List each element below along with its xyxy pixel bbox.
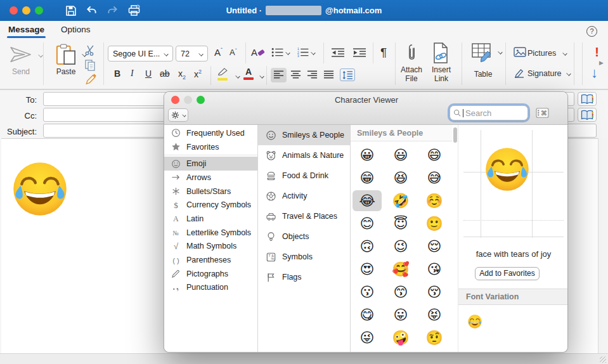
emoji-cell[interactable]: 😚 [420, 282, 449, 302]
subscript-button[interactable]: x2 [178, 68, 186, 81]
numbering-button[interactable]: 123 [297, 48, 315, 57]
emoji-cell[interactable]: 😅 [420, 167, 449, 188]
signature-chevron-icon[interactable] [566, 71, 571, 75]
font-size-dropdown[interactable]: 72 [176, 46, 208, 62]
emoji-cell[interactable]: 🤣 [386, 190, 415, 211]
justify-button[interactable] [323, 70, 334, 79]
emoji-cell[interactable]: 😝 [420, 304, 449, 325]
align-center-button[interactable] [290, 70, 301, 79]
table-button[interactable] [471, 43, 494, 62]
help-button[interactable]: ? [586, 26, 597, 37]
emoji-cell[interactable]: 😜 [353, 327, 382, 348]
tab-options[interactable]: Options [61, 25, 91, 34]
settings-gear-button[interactable] [168, 108, 188, 122]
pilcrow-button[interactable]: ¶ [380, 46, 387, 60]
sidebar-item[interactable]: ( ) Parentheses [164, 253, 257, 267]
resize-grip[interactable] [600, 356, 606, 363]
cut-icon[interactable] [84, 44, 96, 56]
align-left-button[interactable] [273, 70, 284, 79]
font-variation-emoji[interactable] [467, 314, 482, 329]
sidebar-item[interactable]: A Latin [164, 212, 257, 226]
category-item[interactable]: Activity [258, 186, 350, 206]
emoji-cell[interactable]: 🤨 [420, 327, 449, 348]
table-chevron-icon[interactable] [498, 49, 502, 54]
clear-formatting-button[interactable]: A [251, 47, 264, 58]
emoji-cell[interactable]: 😊 [353, 213, 382, 234]
to-addressbook-button[interactable] [578, 92, 597, 106]
sidebar-item[interactable]: Frequently Used [164, 126, 257, 140]
category-item[interactable]: T%& Symbols [258, 247, 350, 267]
grow-font-button[interactable]: Aˆ [214, 47, 223, 58]
sidebar-item[interactable]: Favorites [164, 140, 257, 154]
search-box[interactable] [450, 105, 528, 120]
emoji-cell[interactable]: 😗 [353, 282, 382, 302]
sidebar-item[interactable]: √ Math Symbols [164, 240, 257, 254]
pictures-button[interactable] [514, 47, 526, 57]
copy-icon[interactable] [84, 59, 96, 72]
emoji-cell[interactable]: 😀 [353, 145, 382, 166]
underline-button[interactable]: U [145, 68, 152, 79]
category-item[interactable]: Flags [258, 267, 350, 287]
signature-button[interactable] [514, 67, 525, 79]
sidebar-item[interactable]: Emoji [164, 157, 257, 171]
italic-button[interactable]: I [131, 68, 134, 79]
emoji-cell[interactable]: 😉 [386, 236, 415, 257]
emoji-cell[interactable]: 🙂 [420, 213, 449, 234]
emoji-cell[interactable]: 😍 [353, 259, 382, 280]
tab-message[interactable]: Message [8, 25, 44, 34]
superscript-button[interactable]: x2 [194, 68, 202, 79]
font-name-dropdown[interactable]: Segoe UI E... [108, 46, 173, 62]
emoji-cell[interactable]: 😌 [420, 236, 449, 257]
category-item[interactable]: Travel & Places [258, 206, 350, 226]
emoji-grid-scrollbar[interactable] [452, 125, 458, 353]
sidebar-item[interactable]: Bullets/Stars [164, 185, 257, 198]
emoji-cell[interactable]: 😋 [353, 304, 382, 325]
keyboard-panel-button[interactable]: ⌘ [536, 108, 549, 120]
sidebar-item[interactable]: Arrows [164, 171, 257, 185]
category-item[interactable]: Objects [258, 226, 350, 247]
emoji-cell[interactable]: 😂 [353, 190, 382, 211]
character-viewer-titlebar[interactable]: Character Viewer ⌘ [164, 92, 568, 125]
strikethrough-button[interactable]: ab [160, 68, 170, 79]
sidebar-item[interactable]: Pictographs [164, 267, 257, 281]
emoji-cell[interactable]: 😆 [386, 167, 415, 188]
emoji-cell[interactable]: 🤪 [386, 327, 415, 348]
emoji-cell[interactable]: 😄 [420, 145, 449, 166]
align-right-button[interactable] [307, 70, 318, 79]
bullets-button[interactable] [271, 48, 290, 57]
pictures-chevron-icon[interactable] [562, 51, 567, 55]
category-item[interactable]: Smileys & People [258, 125, 350, 145]
attach-file-button[interactable] [406, 42, 417, 64]
bold-button[interactable]: B [114, 68, 120, 79]
ribbon-overflow-button[interactable]: ▶ [599, 60, 604, 66]
scrollbar-thumb[interactable] [453, 127, 457, 143]
format-painter-icon[interactable] [84, 72, 98, 85]
font-color-button[interactable]: A [243, 67, 254, 80]
cc-addressbook-button[interactable] [578, 108, 597, 122]
line-spacing-button[interactable] [340, 68, 355, 81]
emoji-cell[interactable]: 😁 [353, 167, 382, 188]
paste-button[interactable] [54, 42, 78, 67]
category-item[interactable]: Food & Drink [258, 166, 350, 186]
insert-link-button[interactable] [432, 42, 449, 65]
body-scroll-area[interactable] [598, 138, 608, 353]
search-input[interactable] [465, 108, 516, 118]
sidebar-item[interactable]: № Letterlike Symbols [164, 226, 257, 240]
add-to-favorites-button[interactable]: Add to Favorites [475, 267, 540, 280]
highlight-button[interactable] [217, 67, 229, 81]
emoji-cell[interactable]: 😇 [386, 213, 415, 234]
shrink-font-button[interactable]: Aˇ [230, 48, 237, 57]
font-color-chevron-icon[interactable] [259, 74, 264, 78]
increase-indent-icon[interactable] [353, 48, 366, 58]
emoji-cell[interactable]: 🙃 [353, 236, 382, 257]
send-chevron-icon[interactable] [38, 53, 42, 57]
emoji-cell[interactable]: 😙 [386, 282, 415, 302]
category-item[interactable]: Animals & Nature [258, 145, 350, 166]
emoji-cell[interactable]: 😛 [386, 304, 415, 325]
sidebar-item[interactable]: Punctuation [164, 281, 257, 295]
high-importance-button[interactable]: ! [595, 44, 599, 60]
emoji-cell[interactable]: 🥰 [386, 259, 415, 280]
decrease-indent-icon[interactable] [331, 48, 345, 58]
emoji-cell[interactable]: 😃 [386, 145, 415, 166]
sidebar-item[interactable]: $ Currency Symbols [164, 198, 257, 212]
